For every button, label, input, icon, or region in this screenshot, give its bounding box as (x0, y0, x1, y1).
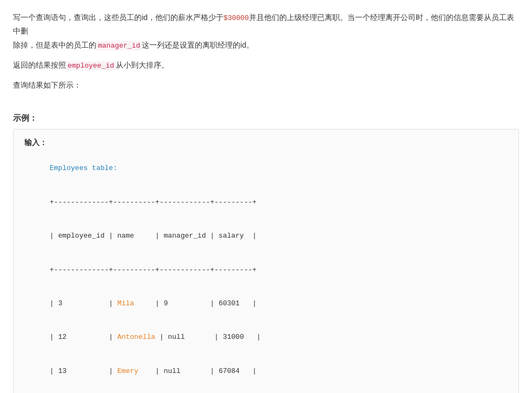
intro-result-paragraph: 查询结果如下所示： (13, 78, 519, 92)
table-row-2: | 13 | Emery | null | 67084 | (24, 355, 508, 388)
example-box: 输入： Employees table: +-------------+----… (13, 129, 519, 393)
table-row-1-text: | 12 | Antonella | null | 31000 | (50, 333, 261, 341)
input-label: 输入： (24, 138, 508, 148)
intro-line1-before: 写一个查询语句，查询出，这些员工的id，他们的薪水严格少于 (13, 13, 224, 22)
page-container: 写一个查询语句，查询出，这些员工的id，他们的薪水严格少于$30000并且他们的… (0, 0, 532, 393)
intro-line2-after: 这一列还是设置的离职经理的id。 (142, 41, 254, 49)
table-row-1: | 12 | Antonella | null | 31000 | (24, 321, 508, 355)
table-header-row: | employee_id | name | manager_id | sala… (24, 219, 508, 253)
table-row-0: | 3 | Mila | 9 | 60301 | (24, 287, 508, 320)
intro-line2: 除掉，但是表中的员工的 (13, 41, 96, 49)
intro-line4-after: 从小到大排序。 (116, 61, 169, 69)
intro-salary: $30000 (224, 14, 249, 22)
intro-paragraph: 写一个查询语句，查询出，这些员工的id，他们的薪水严格少于$30000并且他们的… (13, 11, 519, 52)
intro-line6: 查询结果如下所示： (13, 81, 81, 89)
intro-manager-id-code: manager_id (96, 41, 142, 50)
intro-sort-paragraph: 返回的结果按照employee_id从小到大排序。 (13, 58, 519, 72)
table-row-0-text: | 3 | Mila | 9 | 60301 | (50, 299, 257, 307)
intro-employee-id-code: employee_id (66, 61, 116, 70)
table-row-3: | 1 | Kalel | 11 | 21241 | (24, 388, 508, 393)
table-row-2-text: | 13 | Emery | null | 67084 | (50, 367, 257, 375)
table-sep-top: +-------------+----------+------------+-… (24, 186, 508, 219)
table-sep-mid: +-------------+----------+------------+-… (24, 253, 508, 287)
intro-line4: 返回的结果按照 (13, 61, 66, 69)
table-name: Employees table: (24, 152, 508, 186)
example-label: 示例： (13, 113, 519, 123)
